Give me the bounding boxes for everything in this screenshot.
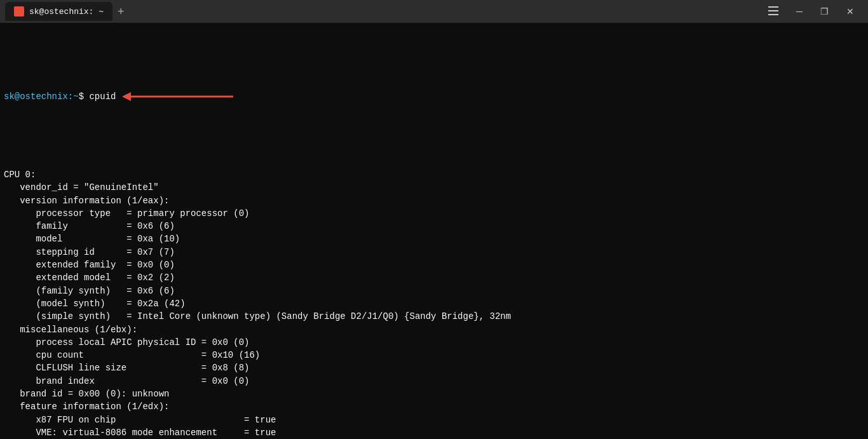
terminal-output-line: cpu count = 0x10 (16): [4, 349, 864, 361]
terminal-output-line: CLFLUSH line size = 0x8 (8): [4, 361, 864, 374]
terminal-output-line: model = 0xa (10): [4, 233, 864, 245]
terminal-output-line: extended model = 0x2 (2): [4, 271, 864, 284]
terminal-output-line: feature information (1/edx):: [4, 400, 864, 413]
terminal-output-line: (family synth) = 0x6 (6): [4, 285, 864, 297]
svg-rect-0: [768, 6, 778, 8]
terminal-tab[interactable]: sk@ostechnix: ~: [5, 2, 112, 21]
terminal-output-line: vendor_id = "GenuineIntel": [4, 181, 864, 194]
terminal-output-line: extended family = 0x0 (0): [4, 259, 864, 271]
terminal-output-line: miscellaneous (1/ebx):: [4, 323, 864, 336]
terminal-body[interactable]: sk@ostechnix:~$ cpuid CPU 0: vendor_id =…: [0, 23, 868, 439]
prompt-tilde: ~: [73, 90, 78, 103]
svg-rect-2: [768, 14, 778, 15]
terminal-output-line: brand index = 0x0 (0): [4, 375, 864, 388]
titlebar: sk@ostechnix: ~ + ─ ❐ ✕: [0, 0, 868, 23]
close-button[interactable]: ✕: [843, 5, 858, 18]
terminal-output-line: process local APIC physical ID = 0x0 (0): [4, 336, 864, 349]
terminal-output-line: processor type = primary processor (0): [4, 207, 864, 220]
terminal-command: cpuid: [89, 90, 116, 103]
svg-marker-4: [122, 92, 131, 101]
terminal-output-line: x87 FPU on chip = true: [4, 414, 864, 426]
terminal-output-line: brand id = 0x00 (0): unknown: [4, 388, 864, 400]
terminal-output-line: version information (1/eax):: [4, 194, 864, 207]
terminal-output-line: family = 0x6 (6): [4, 220, 864, 233]
prompt-colon: :: [68, 90, 73, 103]
restore-button[interactable]: ❐: [817, 5, 832, 18]
minimize-button[interactable]: ─: [792, 5, 806, 18]
titlebar-left: sk@ostechnix: ~ +: [5, 2, 130, 21]
prompt-user-host: sk@ostechnix: [4, 90, 68, 103]
new-tab-button[interactable]: +: [112, 6, 130, 17]
terminal-tab-label: sk@ostechnix: ~: [29, 7, 104, 17]
terminal-output-line: VME: virtual-8086 mode enhancement = tru…: [4, 426, 864, 439]
svg-rect-1: [768, 10, 778, 11]
terminal-tab-icon: [14, 6, 24, 17]
titlebar-controls: ─ ❐ ✕: [764, 5, 863, 18]
prompt-dollar: $: [79, 90, 90, 103]
terminal-output-line: stepping id = 0x7 (7): [4, 246, 864, 259]
menu-button[interactable]: [764, 5, 782, 18]
prompt-line: sk@ostechnix:~$ cpuid: [4, 64, 864, 130]
terminal-output: CPU 0: vendor_id = "GenuineIntel" versio…: [4, 168, 864, 439]
terminal-output-line: (simple synth) = Intel Core (unknown typ…: [4, 310, 864, 323]
terminal-output-line: CPU 0:: [4, 168, 864, 181]
terminal-output-line: (model synth) = 0x2a (42): [4, 297, 864, 310]
arrow-annotation: [122, 64, 236, 130]
